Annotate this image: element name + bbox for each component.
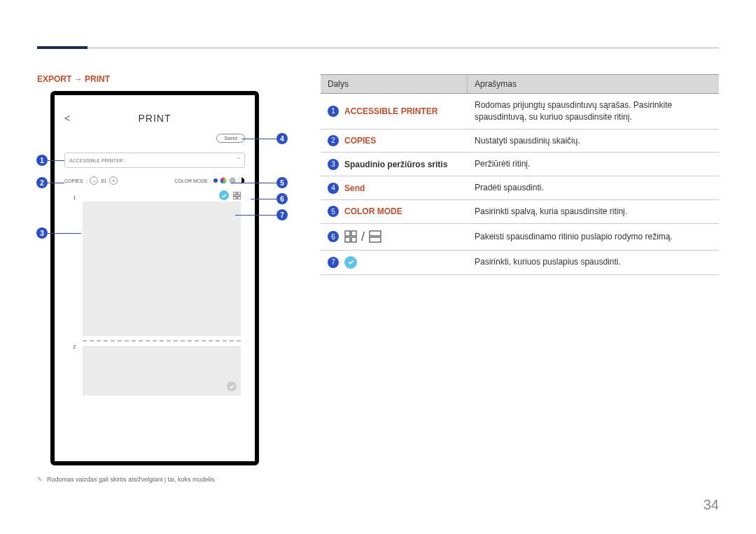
- row-badge: 7: [328, 257, 339, 268]
- row-label: ACCESSIBLE PRINTER: [344, 106, 438, 116]
- callout-4-line: [241, 139, 276, 139]
- row-badge: 6: [328, 231, 339, 242]
- callout-1-line: [48, 160, 64, 161]
- layout-grid-icon[interactable]: [233, 192, 241, 199]
- settings-row: COPIES : – 01 + COLOR MODE :: [64, 176, 245, 185]
- copies-label: COPIES: [64, 178, 83, 183]
- header-rule: [37, 48, 719, 48]
- callout-5-line: [231, 183, 276, 183]
- table-head-parts: Dalys: [321, 75, 468, 93]
- callout-6: 6: [276, 193, 288, 204]
- copies-plus-button[interactable]: +: [109, 176, 118, 185]
- send-button[interactable]: Send: [216, 134, 245, 143]
- row-badge: 2: [328, 135, 339, 146]
- table-row: 2 COPIES Nustatyti spausdinių skaičių.: [321, 129, 719, 153]
- grid-icon: [344, 230, 357, 243]
- callout-1: 1: [36, 155, 48, 166]
- page2-number: 2: [73, 344, 76, 350]
- device-frame: < PRINT Send ACCESSIBLE PRINTER : ˅ COPI…: [50, 91, 259, 465]
- table-row: 6 / Pakeisti spausdinamo ritinio puslapi…: [321, 224, 719, 251]
- device-title: PRINT: [55, 113, 255, 124]
- check-circle-icon: [344, 256, 357, 269]
- page-select-check-icon[interactable]: [219, 190, 229, 200]
- callout-7-line: [235, 215, 276, 216]
- row-desc: Peržiūrėti ritinį.: [468, 153, 719, 176]
- printer-label: ACCESSIBLE PRINTER :: [69, 158, 126, 163]
- colormode-color-button[interactable]: [220, 177, 227, 184]
- row-label: Send: [344, 183, 365, 193]
- table-row: 7 Pasirinkti, kuriuos puslapius spausdin…: [321, 251, 719, 275]
- callout-3-line: [48, 233, 81, 234]
- svg-rect-4: [345, 231, 350, 236]
- table-row: 1 ACCESSIBLE PRINTER Rodomas prijungtų s…: [321, 94, 719, 129]
- row-badge: 5: [328, 206, 339, 217]
- svg-rect-7: [351, 237, 356, 242]
- callout-7: 7: [276, 209, 288, 220]
- callout-6-line: [251, 199, 276, 199]
- row-badge: 4: [328, 183, 339, 194]
- table-row: 4 Send Pradėti spausdinti.: [321, 176, 719, 200]
- row-label: Spaudinio peržiūros sritis: [344, 160, 447, 169]
- svg-rect-3: [238, 196, 241, 199]
- svg-rect-1: [238, 192, 241, 195]
- copies-value: 01: [101, 178, 106, 183]
- row-desc: Nustatyti spausdinių skaičių.: [468, 129, 719, 153]
- callout-2-line: [48, 183, 64, 183]
- callout-5: 5: [276, 177, 288, 188]
- svg-rect-9: [370, 237, 381, 242]
- svg-rect-0: [233, 192, 236, 195]
- page2-check-icon: [227, 381, 237, 391]
- row-badge: 1: [328, 106, 339, 117]
- row-label: COPIES: [344, 136, 376, 146]
- preview-page-1[interactable]: 1: [83, 202, 241, 336]
- callout-3: 3: [36, 227, 48, 239]
- page-number: 34: [704, 497, 719, 513]
- printer-select[interactable]: ACCESSIBLE PRINTER : ˅: [64, 153, 245, 168]
- svg-rect-6: [345, 237, 350, 242]
- copies-minus-button[interactable]: –: [90, 176, 98, 185]
- page1-number: 1: [73, 195, 76, 201]
- footnote: Rodomas vaizdas gali skirtis atsižvelgia…: [37, 476, 216, 483]
- row-desc: Pasirinkti spalvą, kuria spausdinsite ri…: [468, 200, 719, 223]
- row-desc: Pasirinkti, kuriuos puslapius spausdinti…: [468, 251, 719, 274]
- table-header: Dalys Aprašymas: [321, 74, 719, 94]
- row-badge: 3: [328, 159, 339, 170]
- rows-icon: [369, 230, 382, 243]
- callout-4: 4: [276, 133, 288, 144]
- chevron-down-icon: ˅: [237, 157, 240, 163]
- table-head-description: Aprašymas: [468, 75, 719, 93]
- table-row: 5 COLOR MODE Pasirinkti spalvą, kuria sp…: [321, 200, 719, 224]
- preview-area: 1 2: [83, 202, 241, 451]
- page-separator: [83, 340, 241, 342]
- svg-rect-5: [351, 231, 356, 236]
- preview-page-2[interactable]: 2: [83, 346, 241, 395]
- description-table: Dalys Aprašymas 1 ACCESSIBLE PRINTER Rod…: [321, 74, 719, 275]
- row-label: COLOR MODE: [344, 206, 402, 216]
- row-desc: Pakeisti spausdinamo ritinio puslapio ro…: [468, 225, 719, 248]
- header-accent: [37, 46, 88, 49]
- layout-icons-label: /: [344, 230, 382, 244]
- colormode-label: COLOR MODE: [174, 178, 208, 183]
- svg-rect-2: [233, 196, 236, 199]
- colormode-dot-selected-icon: [214, 178, 218, 183]
- callout-2: 2: [36, 177, 48, 188]
- row-desc: Rodomas prijungtų spausdintuvų sąrašas. …: [468, 94, 719, 129]
- svg-rect-8: [370, 231, 381, 236]
- breadcrumb: EXPORT → PRINT: [37, 74, 110, 84]
- row-desc: Pradėti spausdinti.: [468, 176, 719, 199]
- table-row: 3 Spaudinio peržiūros sritis Peržiūrėti …: [321, 153, 719, 176]
